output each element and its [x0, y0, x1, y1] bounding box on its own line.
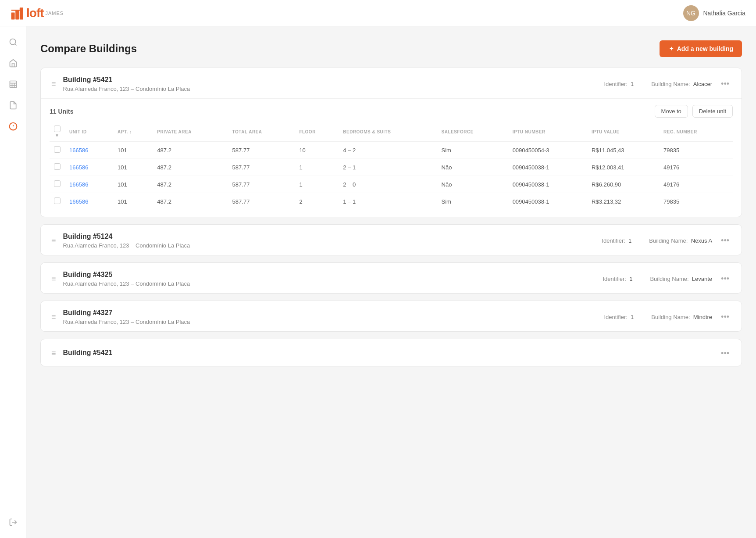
building-info-5421b: Building #5421	[63, 349, 713, 359]
building-identifier: Identifier: 1	[602, 237, 631, 244]
th-apt[interactable]: APT. ↕	[113, 122, 153, 142]
row-checkbox[interactable]	[50, 142, 65, 159]
drag-handle-5421b[interactable]: ≡	[50, 347, 58, 360]
building-address-5421: Rua Alameda Franco, 123 – Condomínio La …	[63, 86, 599, 92]
svg-rect-3	[11, 10, 23, 11]
building-name-meta: Building Name: Nexus A	[649, 237, 712, 244]
iptu-number-cell: 0090450038-1	[508, 159, 587, 176]
building-name-4327: Building #4327	[63, 309, 599, 317]
th-bedrooms[interactable]: BEDROOMS & SUITS	[339, 122, 437, 142]
salesforce-cell: Não	[437, 176, 508, 193]
private-area-cell: 487.2	[153, 193, 228, 210]
th-iptu-value[interactable]: IPTU VALUE	[587, 122, 659, 142]
th-private-area[interactable]: PRIVATE AREA	[153, 122, 228, 142]
add-building-button[interactable]: ＋ Add a new building	[660, 40, 742, 57]
iptu-value-cell: R$12.003,41	[587, 159, 659, 176]
th-unit-id[interactable]: UNIT ID	[65, 122, 113, 142]
sidebar-item-search[interactable]	[4, 33, 22, 51]
total-area-cell: 587.77	[228, 176, 295, 193]
iptu-number-cell: 0090450038-1	[508, 176, 587, 193]
building-name-meta: Building Name: Alcacer	[651, 81, 712, 87]
table-row: 166586 101 487.2 587.77 10 4 – 2 Sim 009…	[50, 142, 733, 159]
building-identifier: Identifier: 1	[603, 276, 633, 282]
unit-id-link[interactable]: 166586	[69, 164, 88, 171]
building-address-5124: Rua Alameda Franco, 123 – Condomínio La …	[63, 242, 597, 249]
building-name-meta: Building Name: Levante	[650, 276, 712, 282]
building-name-meta: Building Name: Mindtre	[651, 314, 712, 320]
building-meta: Identifier: 1 Building Name: Alcacer	[604, 81, 712, 87]
user-name: Nathalia Garcia	[703, 10, 746, 17]
more-button-4327[interactable]: •••	[717, 311, 733, 323]
brand-logo: loft JAMES	[11, 6, 64, 20]
building-card-5124: ≡ Building #5124 Rua Alameda Franco, 123…	[40, 224, 742, 255]
floor-cell: 10	[295, 142, 339, 159]
building-card-5421b: ≡ Building #5421 •••	[40, 339, 742, 366]
building-info-4327: Building #4327 Rua Alameda Franco, 123 –…	[63, 309, 599, 325]
move-to-button[interactable]: Move to	[655, 105, 688, 118]
sort-arrow: ▼	[55, 133, 59, 138]
private-area-cell: 487.2	[153, 159, 228, 176]
drag-handle-4327[interactable]: ≡	[50, 311, 58, 323]
svg-line-5	[14, 44, 16, 46]
iptu-value-cell: R$6.260,90	[587, 176, 659, 193]
row-checkbox[interactable]	[50, 193, 65, 210]
building-meta: Identifier: 1 Building Name: Mindtre	[604, 314, 712, 320]
table-row: 166586 101 487.2 587.77 1 2 – 1 Não 0090…	[50, 159, 733, 176]
building-meta: Identifier: 1 Building Name: Nexus A	[602, 237, 712, 244]
unit-id-link[interactable]: 166586	[69, 147, 88, 154]
th-iptu-number[interactable]: IPTU NUMBER	[508, 122, 587, 142]
building-identifier: Identifier: 1	[604, 81, 634, 87]
building-info-5124: Building #5124 Rua Alameda Franco, 123 –…	[63, 233, 597, 249]
units-table: ▼ UNIT ID APT. ↕ PRIVATE AREA TOTAL AREA…	[50, 122, 733, 210]
bedrooms-cell: 2 – 0	[339, 176, 437, 193]
reg-number-cell: 79835	[659, 142, 733, 159]
private-area-cell: 487.2	[153, 176, 228, 193]
building-info-4325: Building #4325 Rua Alameda Franco, 123 –…	[63, 271, 598, 287]
more-button-4325[interactable]: •••	[717, 273, 733, 285]
sidebar-item-logout[interactable]	[4, 513, 22, 531]
th-total-area[interactable]: TOTAL AREA	[228, 122, 295, 142]
units-header: 11 Units Move to Delete unit	[50, 99, 733, 122]
drag-handle-4325[interactable]: ≡	[50, 273, 58, 285]
drag-handle-5421[interactable]: ≡	[50, 78, 58, 90]
row-checkbox[interactable]	[50, 176, 65, 193]
sidebar-item-buildings[interactable]	[4, 75, 22, 93]
apt-cell: 101	[113, 159, 153, 176]
th-reg-number[interactable]: REG. NUMBER	[659, 122, 733, 142]
sidebar-item-alerts[interactable]	[4, 118, 22, 135]
unit-id-link[interactable]: 166586	[69, 198, 88, 205]
building-info-5421: Building #5421 Rua Alameda Franco, 123 –…	[63, 76, 599, 92]
document-icon	[9, 101, 18, 110]
th-salesforce[interactable]: SALESFORCE	[437, 122, 508, 142]
sidebar-item-home[interactable]	[4, 54, 22, 72]
apt-cell: 101	[113, 142, 153, 159]
sidebar-item-documents[interactable]	[4, 97, 22, 114]
iptu-value-cell: R$3.213,32	[587, 193, 659, 210]
th-floor[interactable]: FLOOR	[295, 122, 339, 142]
more-button-5421b[interactable]: •••	[717, 347, 733, 360]
building-name-5421: Building #5421	[63, 76, 599, 84]
buildings-list: ≡ Building #5421 Rua Alameda Franco, 123…	[40, 68, 742, 366]
building-name-5124: Building #5124	[63, 233, 597, 240]
delete-unit-button[interactable]: Delete unit	[692, 105, 733, 118]
more-button-5124[interactable]: •••	[717, 234, 733, 247]
total-area-cell: 587.77	[228, 142, 295, 159]
brand-name: loft	[26, 6, 44, 20]
more-button-5421[interactable]: •••	[717, 78, 733, 90]
salesforce-cell: Sim	[437, 193, 508, 210]
bedrooms-cell: 2 – 1	[339, 159, 437, 176]
drag-handle-5124[interactable]: ≡	[50, 234, 58, 247]
bedrooms-cell: 1 – 1	[339, 193, 437, 210]
select-all-checkbox[interactable]	[54, 126, 61, 132]
apt-cell: 101	[113, 193, 153, 210]
svg-rect-6	[10, 81, 16, 88]
building-name-4325: Building #4325	[63, 271, 598, 279]
top-nav: loft JAMES NG Nathalia Garcia	[0, 0, 756, 26]
salesforce-cell: Sim	[437, 142, 508, 159]
unit-id-link[interactable]: 166586	[69, 181, 88, 188]
home-icon	[9, 59, 18, 68]
svg-rect-1	[15, 10, 19, 19]
row-checkbox[interactable]	[50, 159, 65, 176]
building-card-4325: ≡ Building #4325 Rua Alameda Franco, 123…	[40, 262, 742, 294]
page-title: Compare Buildings	[40, 43, 137, 55]
